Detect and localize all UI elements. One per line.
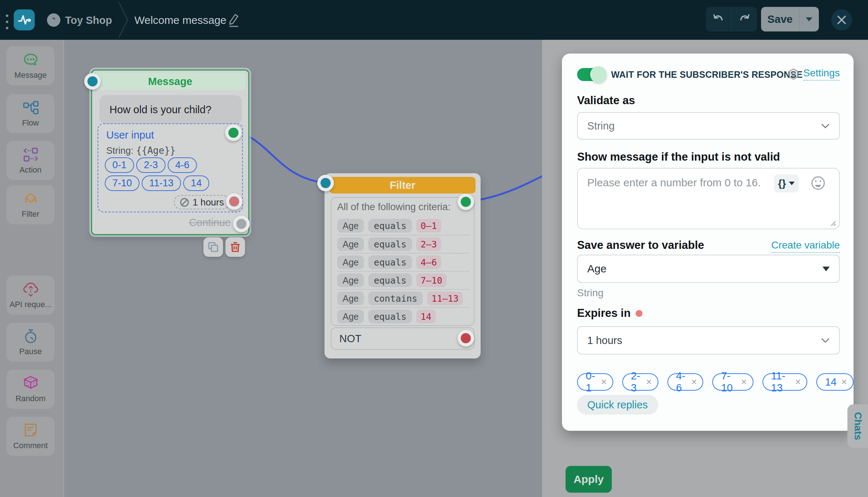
undo-icon [712, 13, 725, 25]
expires-in-value: 1 hours [587, 335, 622, 347]
quick-reply-chip[interactable]: 11-13 [142, 175, 181, 191]
criteria-field: Age [337, 273, 364, 287]
message-bubble-text: How old is your child? [99, 95, 242, 124]
caret-down-icon [822, 267, 830, 271]
user-input-block[interactable]: User input String: {{Age}} 0-1 2-3 4-6 7… [98, 123, 243, 212]
filter-not-branch[interactable]: NOT [331, 327, 474, 350]
palette-item-label: Random [16, 394, 46, 403]
quick-replies-button[interactable]: Quick replies [577, 395, 658, 415]
save-button-label[interactable]: Save [761, 7, 799, 31]
palette-item-random[interactable]: Random [7, 370, 55, 409]
action-io-icon [22, 146, 39, 163]
invalid-message-textarea[interactable]: Please enter a number from 0 to 16. {} [577, 168, 840, 229]
panel-quick-reply-chip[interactable]: 2-3× [622, 373, 658, 391]
wait-response-toggle[interactable] [577, 68, 604, 81]
expires-in-select[interactable]: 1 hours [577, 326, 840, 354]
quick-reply-chip[interactable]: 0-1 [105, 157, 134, 173]
expires-in-heading: Expires in [577, 307, 643, 320]
remove-chip-icon[interactable]: × [841, 377, 847, 388]
palette-item-label: API reque... [9, 300, 51, 309]
expires-pill[interactable]: 1 hours [174, 195, 230, 209]
delete-node-button[interactable] [225, 237, 245, 257]
message-node[interactable]: Message How old is your child? User inpu… [91, 69, 249, 235]
remove-chip-icon[interactable]: × [646, 377, 652, 388]
topbar: Toy Shop Welcome message Save [0, 0, 868, 40]
flow-builder-app: Message How old is your child? User inpu… [0, 0, 868, 497]
user-input-timeout-port[interactable] [226, 193, 242, 210]
create-variable-link[interactable]: Create variable [771, 239, 840, 253]
redo-button[interactable] [732, 7, 757, 31]
save-split-button[interactable]: Save [761, 7, 819, 31]
panel-quick-reply-chip[interactable]: 14× [816, 373, 854, 391]
palette-item-filter[interactable]: Filter [7, 185, 55, 224]
copy-icon [208, 242, 219, 252]
criteria-value: 2–3 [416, 237, 441, 251]
palette-item-pause[interactable]: Pause [7, 323, 55, 362]
palette-item-flow[interactable]: Flow [7, 94, 55, 133]
duplicate-node-button[interactable] [203, 237, 223, 257]
note-icon [22, 422, 39, 439]
chats-tab[interactable]: Chats [847, 404, 868, 448]
criteria-value: 4–6 [416, 255, 441, 269]
panel-quick-reply-chip[interactable]: 0-1× [577, 373, 613, 391]
palette-item-api-request[interactable]: API reque... [7, 276, 55, 315]
save-answer-heading: Save answer to variable [577, 239, 704, 252]
apply-button[interactable]: Apply [566, 466, 612, 493]
user-input-success-port[interactable] [225, 124, 242, 141]
resize-handle[interactable] [828, 218, 836, 226]
criteria-field: Age [337, 310, 364, 323]
user-input-variable: String: {{Age}} [106, 145, 176, 156]
insert-variable-button[interactable]: {} [774, 174, 799, 192]
quick-reply-chip[interactable]: 7-10 [105, 175, 139, 191]
message-input-port[interactable] [84, 73, 101, 90]
braces-icon: {} [778, 178, 786, 189]
emoji-button[interactable] [810, 175, 826, 192]
invalid-message-placeholder: Please enter a number from 0 to 16. [587, 177, 761, 189]
filter-node[interactable]: Filter All of the following criteria: Ag… [325, 173, 481, 358]
node-palette: Message Flow Action Filter API reque... … [0, 40, 64, 497]
remove-chip-icon[interactable]: × [741, 377, 747, 388]
remove-chip-icon[interactable]: × [601, 377, 607, 388]
variable-type-hint: String [577, 287, 603, 299]
save-options-caret[interactable] [799, 7, 818, 31]
quick-reply-chip[interactable]: 4-6 [168, 157, 197, 173]
close-editor-button[interactable] [831, 9, 852, 30]
settings-link[interactable]: Settings [787, 67, 840, 81]
validate-as-select[interactable]: String [577, 112, 840, 140]
validate-as-value: String [587, 120, 615, 132]
remove-chip-icon[interactable]: × [795, 377, 801, 388]
quick-reply-chip[interactable]: 14 [183, 175, 209, 191]
kebab-menu-icon[interactable] [6, 14, 9, 33]
trash-icon [230, 242, 241, 252]
palette-item-label: Message [14, 71, 47, 80]
continue-port[interactable] [233, 216, 250, 232]
palette-item-message[interactable]: Message [7, 46, 55, 85]
panel-quick-reply-chip[interactable]: 11-13× [762, 373, 807, 391]
quick-reply-chip[interactable]: 2-3 [136, 157, 166, 173]
required-dot [636, 310, 643, 317]
filter-input-port[interactable] [317, 175, 334, 191]
panel-quick-reply-chip[interactable]: 4-6× [667, 373, 704, 391]
gear-icon [787, 68, 800, 80]
messenger-channel-icon [47, 13, 60, 27]
close-icon [837, 15, 846, 25]
palette-item-comment[interactable]: Comment [7, 417, 55, 456]
filter-criteria-block[interactable]: All of the following criteria: Ageequals… [331, 197, 474, 326]
rename-flow-button[interactable] [226, 13, 241, 27]
remove-chip-icon[interactable]: × [691, 377, 697, 388]
palette-item-label: Comment [13, 441, 48, 450]
message-node-title: Message [95, 73, 245, 90]
palette-item-label: Pause [19, 347, 42, 356]
criteria-field: Age [337, 219, 364, 233]
undo-button[interactable] [706, 7, 732, 31]
palette-item-action[interactable]: Action [7, 141, 55, 180]
save-answer-select[interactable]: Age [577, 255, 840, 283]
filter-match-port[interactable] [457, 194, 474, 210]
bot-name[interactable]: Toy Shop [65, 14, 112, 26]
wait-response-label: WAIT FOR THE SUBSCRIBER'S RESPONSE [611, 69, 803, 80]
filter-not-port[interactable] [457, 330, 474, 347]
save-answer-value: Age [587, 263, 606, 275]
criteria-row: Ageequals14 [337, 307, 469, 325]
flow-title: Welcome message [134, 14, 227, 26]
panel-quick-reply-chip[interactable]: 7-10× [712, 373, 753, 391]
